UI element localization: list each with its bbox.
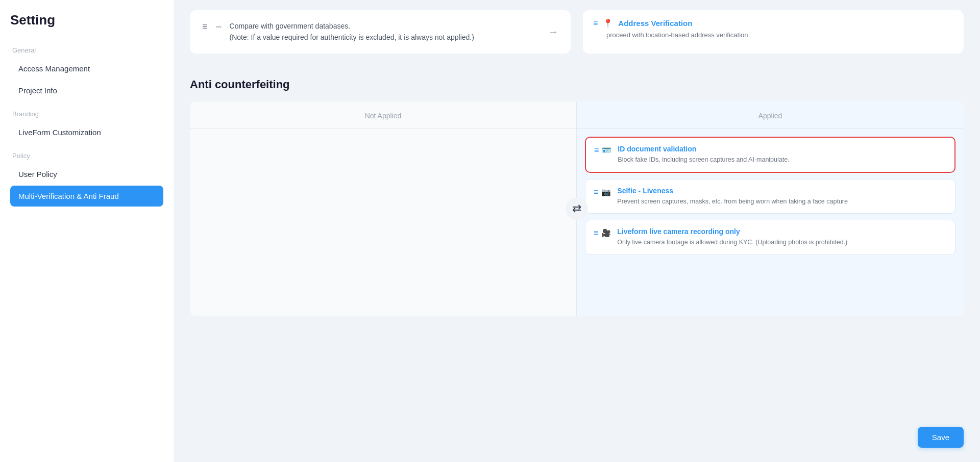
col-applied: Applied ≡ 🪪 ID document validation Block…: [577, 101, 964, 316]
selfie-liveness-card[interactable]: ≡ 📷 Selfie - Liveness Prevent screen cap…: [585, 179, 955, 214]
video-icon: 🎥: [601, 228, 611, 238]
sidebar-item-user-policy[interactable]: User Policy: [10, 164, 163, 185]
sidebar-item-liveform-customization[interactable]: LiveForm Customization: [10, 122, 163, 143]
not-applied-header: Not Applied: [190, 112, 576, 129]
address-verification-title: Address Verification: [618, 19, 692, 28]
anti-counterfeiting-panel: Not Applied Applied ≡ 🪪 ID document vali…: [190, 101, 964, 316]
anti-counterfeiting-title: Anti counterfeiting: [190, 78, 964, 91]
id-document-title: ID document validation: [618, 145, 789, 153]
sidebar-item-multi-verification[interactable]: Multi-Verification & Anti Fraud: [10, 186, 163, 207]
sidebar-item-access-management[interactable]: Access Management: [10, 58, 163, 79]
top-section: ≡ ⎓ Compare with government databases. (…: [190, 0, 964, 66]
liveform-camera-card[interactable]: ≡ 🎥 Liveform live camera recording only …: [585, 220, 955, 255]
save-button-wrapper: Save: [918, 427, 964, 448]
id-document-validation-card[interactable]: ≡ 🪪 ID document validation Block fake ID…: [585, 137, 955, 173]
id-document-icons: ≡ 🪪: [594, 146, 611, 155]
top-left-card: ≡ ⎓ Compare with government databases. (…: [190, 10, 571, 54]
col-not-applied: Not Applied: [190, 101, 577, 316]
address-verification-card: ≡ 📍 Address Verification proceed with lo…: [583, 10, 964, 54]
top-left-card-text: Compare with government databases. (Note…: [230, 20, 474, 43]
location-icon: 📍: [603, 18, 613, 28]
id-document-desc: Block fake IDs, including screen capture…: [618, 155, 789, 165]
sidebar: Setting General Access Management Projec…: [0, 0, 174, 462]
lines-icon-blue: ≡: [593, 19, 598, 28]
database-icon: ⎓: [216, 21, 222, 32]
address-verification-desc: proceed with location-based address veri…: [606, 30, 953, 40]
liveform-camera-content: Liveform live camera recording only Only…: [617, 227, 847, 247]
lines-icon-camera: ≡: [594, 228, 598, 238]
selfie-liveness-title: Selfie - Liveness: [617, 187, 848, 195]
applied-items-list: ≡ 🪪 ID document validation Block fake ID…: [577, 129, 964, 263]
id-document-content: ID document validation Block fake IDs, i…: [618, 145, 789, 165]
lines-icon: ≡: [202, 21, 208, 32]
lines-icon-id: ≡: [594, 146, 599, 155]
selfie-liveness-desc: Prevent screen captures, masks, etc. fro…: [617, 197, 848, 207]
sidebar-item-project-info[interactable]: Project Info: [10, 80, 163, 101]
sidebar-title: Setting: [10, 12, 163, 28]
address-verification-header: ≡ 📍 Address Verification: [593, 18, 953, 28]
selfie-liveness-icons: ≡ 📷: [594, 188, 611, 197]
sidebar-section-policy: Policy: [10, 152, 163, 160]
selfie-liveness-content: Selfie - Liveness Prevent screen capture…: [617, 187, 848, 207]
main-content: ≡ ⎓ Compare with government databases. (…: [174, 0, 980, 462]
liveform-camera-title: Liveform live camera recording only: [617, 227, 847, 236]
id-card-icon: 🪪: [602, 146, 611, 155]
save-button[interactable]: Save: [918, 427, 964, 448]
transfer-icon: ⇄: [566, 197, 588, 220]
liveform-camera-desc: Only live camera footage is allowed duri…: [617, 238, 847, 247]
sidebar-section-branding: Branding: [10, 110, 163, 118]
arrow-right-icon: →: [548, 26, 558, 38]
liveform-camera-icons: ≡ 🎥: [594, 228, 611, 238]
applied-header: Applied: [577, 101, 964, 129]
sidebar-section-general: General: [10, 46, 163, 54]
lines-icon-selfie: ≡: [594, 188, 598, 197]
camera-icon: 📷: [601, 188, 611, 197]
